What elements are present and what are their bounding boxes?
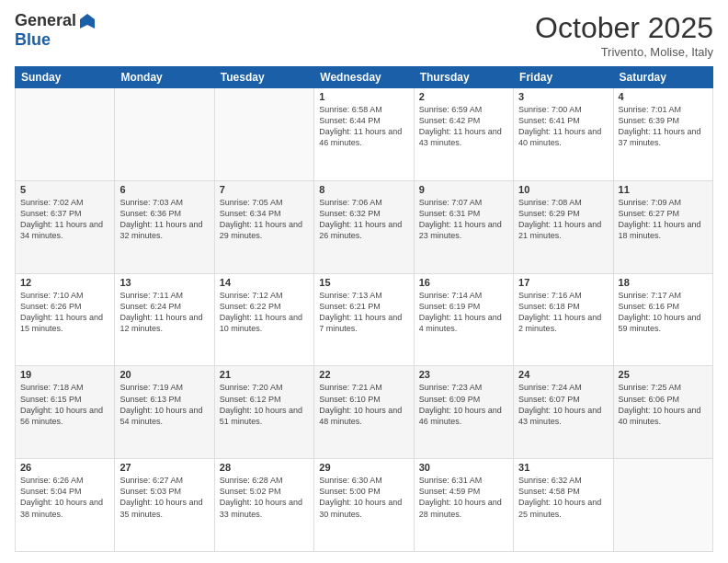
logo-icon [78, 12, 97, 30]
table-row: 11Sunrise: 7:09 AMSunset: 6:27 PMDayligh… [613, 180, 712, 273]
table-row: 4Sunrise: 7:01 AMSunset: 6:39 PMDaylight… [613, 88, 712, 181]
day-info: Sunrise: 6:28 AMSunset: 5:02 PMDaylight:… [220, 475, 309, 520]
col-wednesday: Wednesday [314, 67, 414, 88]
col-tuesday: Tuesday [214, 67, 313, 88]
table-row: 20Sunrise: 7:19 AMSunset: 6:13 PMDayligh… [115, 366, 214, 459]
table-row: 5Sunrise: 7:02 AMSunset: 6:37 PMDaylight… [16, 180, 115, 273]
table-row: 19Sunrise: 7:18 AMSunset: 6:15 PMDayligh… [16, 366, 115, 459]
calendar-week-row: 1Sunrise: 6:58 AMSunset: 6:44 PMDaylight… [16, 88, 713, 181]
day-info: Sunrise: 6:30 AMSunset: 5:00 PMDaylight:… [319, 475, 408, 520]
table-row: 16Sunrise: 7:14 AMSunset: 6:19 PMDayligh… [414, 273, 513, 366]
calendar-week-row: 5Sunrise: 7:02 AMSunset: 6:37 PMDaylight… [16, 180, 713, 273]
calendar-table: Sunday Monday Tuesday Wednesday Thursday… [15, 66, 713, 552]
day-number: 15 [319, 277, 408, 288]
table-row: 26Sunrise: 6:26 AMSunset: 5:04 PMDayligh… [16, 459, 115, 552]
col-thursday: Thursday [414, 67, 513, 88]
table-row: 14Sunrise: 7:12 AMSunset: 6:22 PMDayligh… [214, 273, 313, 366]
day-number: 19 [20, 369, 109, 380]
day-info: Sunrise: 7:20 AMSunset: 6:12 PMDaylight:… [220, 382, 309, 427]
calendar-header-row: Sunday Monday Tuesday Wednesday Thursday… [16, 67, 713, 88]
day-number: 9 [419, 184, 508, 195]
day-number: 29 [319, 462, 408, 473]
day-number: 11 [619, 184, 708, 195]
table-row: 15Sunrise: 7:13 AMSunset: 6:21 PMDayligh… [314, 273, 414, 366]
location-subtitle: Trivento, Molise, Italy [535, 45, 713, 59]
day-number: 12 [20, 277, 109, 288]
title-block: October 2025 Trivento, Molise, Italy [535, 11, 713, 59]
day-number: 5 [20, 184, 109, 195]
table-row: 10Sunrise: 7:08 AMSunset: 6:29 PMDayligh… [514, 180, 613, 273]
day-number: 17 [518, 277, 608, 288]
table-row: 13Sunrise: 7:11 AMSunset: 6:24 PMDayligh… [115, 273, 214, 366]
table-row [115, 88, 214, 181]
col-saturday: Saturday [613, 67, 712, 88]
day-number: 13 [119, 277, 209, 288]
day-number: 22 [319, 369, 408, 380]
day-info: Sunrise: 7:08 AMSunset: 6:29 PMDaylight:… [518, 197, 608, 242]
calendar-week-row: 12Sunrise: 7:10 AMSunset: 6:26 PMDayligh… [16, 273, 713, 366]
day-info: Sunrise: 7:25 AMSunset: 6:06 PMDaylight:… [619, 382, 708, 427]
day-info: Sunrise: 7:17 AMSunset: 6:16 PMDaylight:… [619, 290, 708, 335]
day-info: Sunrise: 7:10 AMSunset: 6:26 PMDaylight:… [20, 290, 109, 335]
day-info: Sunrise: 7:19 AMSunset: 6:13 PMDaylight:… [119, 382, 209, 427]
day-number: 14 [220, 277, 309, 288]
col-monday: Monday [115, 67, 214, 88]
day-info: Sunrise: 6:32 AMSunset: 4:58 PMDaylight:… [518, 475, 608, 520]
day-info: Sunrise: 7:16 AMSunset: 6:18 PMDaylight:… [518, 290, 608, 335]
logo-blue: Blue [15, 30, 51, 49]
table-row: 18Sunrise: 7:17 AMSunset: 6:16 PMDayligh… [613, 273, 712, 366]
day-number: 3 [518, 91, 608, 102]
table-row: 29Sunrise: 6:30 AMSunset: 5:00 PMDayligh… [314, 459, 414, 552]
day-info: Sunrise: 7:02 AMSunset: 6:37 PMDaylight:… [20, 197, 109, 242]
day-number: 20 [119, 369, 209, 380]
day-info: Sunrise: 7:12 AMSunset: 6:22 PMDaylight:… [220, 290, 309, 335]
day-info: Sunrise: 7:18 AMSunset: 6:15 PMDaylight:… [20, 382, 109, 427]
day-info: Sunrise: 7:06 AMSunset: 6:32 PMDaylight:… [319, 197, 408, 242]
table-row: 6Sunrise: 7:03 AMSunset: 6:36 PMDaylight… [115, 180, 214, 273]
day-number: 28 [220, 462, 309, 473]
calendar-week-row: 26Sunrise: 6:26 AMSunset: 5:04 PMDayligh… [16, 459, 713, 552]
table-row: 7Sunrise: 7:05 AMSunset: 6:34 PMDaylight… [214, 180, 313, 273]
day-info: Sunrise: 7:11 AMSunset: 6:24 PMDaylight:… [119, 290, 209, 335]
day-number: 25 [619, 369, 708, 380]
day-info: Sunrise: 6:59 AMSunset: 6:42 PMDaylight:… [419, 104, 508, 149]
day-info: Sunrise: 6:31 AMSunset: 4:59 PMDaylight:… [419, 475, 508, 520]
day-number: 21 [220, 369, 309, 380]
logo: General Blue [15, 11, 97, 50]
table-row: 23Sunrise: 7:23 AMSunset: 6:09 PMDayligh… [414, 366, 513, 459]
day-info: Sunrise: 7:14 AMSunset: 6:19 PMDaylight:… [419, 290, 508, 335]
day-info: Sunrise: 7:00 AMSunset: 6:41 PMDaylight:… [518, 104, 608, 149]
day-number: 2 [419, 91, 508, 102]
table-row [214, 88, 313, 181]
day-number: 31 [518, 462, 608, 473]
day-info: Sunrise: 7:09 AMSunset: 6:27 PMDaylight:… [619, 197, 708, 242]
day-number: 16 [419, 277, 508, 288]
day-number: 30 [419, 462, 508, 473]
day-number: 7 [220, 184, 309, 195]
day-number: 1 [319, 91, 408, 102]
day-info: Sunrise: 7:23 AMSunset: 6:09 PMDaylight:… [419, 382, 508, 427]
table-row: 31Sunrise: 6:32 AMSunset: 4:58 PMDayligh… [514, 459, 613, 552]
table-row: 27Sunrise: 6:27 AMSunset: 5:03 PMDayligh… [115, 459, 214, 552]
table-row [613, 459, 712, 552]
day-number: 18 [619, 277, 708, 288]
table-row: 30Sunrise: 6:31 AMSunset: 4:59 PMDayligh… [414, 459, 513, 552]
day-info: Sunrise: 7:13 AMSunset: 6:21 PMDaylight:… [319, 290, 408, 335]
day-info: Sunrise: 7:01 AMSunset: 6:39 PMDaylight:… [619, 104, 708, 149]
table-row: 21Sunrise: 7:20 AMSunset: 6:12 PMDayligh… [214, 366, 313, 459]
table-row: 2Sunrise: 6:59 AMSunset: 6:42 PMDaylight… [414, 88, 513, 181]
day-number: 27 [119, 462, 209, 473]
calendar-page: General Blue October 2025 Trivento, Moli… [0, 0, 728, 563]
table-row: 25Sunrise: 7:25 AMSunset: 6:06 PMDayligh… [613, 366, 712, 459]
day-number: 26 [20, 462, 109, 473]
col-friday: Friday [514, 67, 613, 88]
table-row: 12Sunrise: 7:10 AMSunset: 6:26 PMDayligh… [16, 273, 115, 366]
table-row: 24Sunrise: 7:24 AMSunset: 6:07 PMDayligh… [514, 366, 613, 459]
table-row: 17Sunrise: 7:16 AMSunset: 6:18 PMDayligh… [514, 273, 613, 366]
day-info: Sunrise: 7:07 AMSunset: 6:31 PMDaylight:… [419, 197, 508, 242]
day-info: Sunrise: 7:21 AMSunset: 6:10 PMDaylight:… [319, 382, 408, 427]
table-row: 3Sunrise: 7:00 AMSunset: 6:41 PMDaylight… [514, 88, 613, 181]
day-number: 23 [419, 369, 508, 380]
table-row [16, 88, 115, 181]
day-number: 10 [518, 184, 608, 195]
